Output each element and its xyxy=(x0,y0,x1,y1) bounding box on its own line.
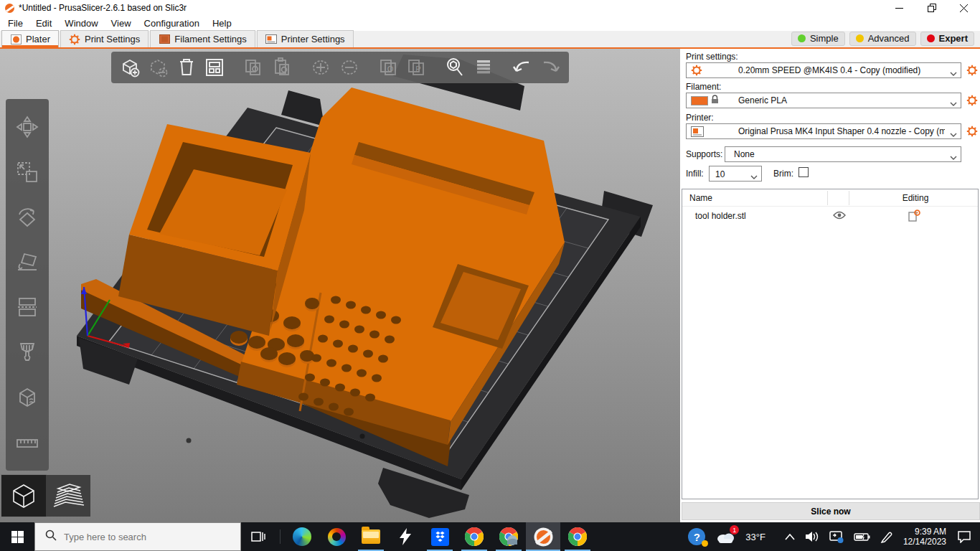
search-icon xyxy=(45,529,57,544)
weather-temperature[interactable]: 33°F xyxy=(740,522,771,551)
scene-canvas[interactable]: by Josef Prusa xyxy=(0,49,680,522)
delete-all-button[interactable] xyxy=(174,54,199,81)
print-settings-gear-button[interactable] xyxy=(966,63,979,77)
clock[interactable]: 9:39 AM 12/14/2023 xyxy=(897,527,952,547)
taskbar-app-prusaslicer[interactable] xyxy=(526,522,560,551)
printer-icon xyxy=(265,34,277,44)
rotate-tool[interactable] xyxy=(11,202,43,233)
tab-printer-settings[interactable]: Printer Settings xyxy=(257,30,354,47)
view-toggle xyxy=(1,475,90,517)
action-center-icon[interactable] xyxy=(952,522,980,551)
tab-bar: Plater Print Settings Filament Settings … xyxy=(0,31,980,49)
menu-help[interactable]: Help xyxy=(206,16,238,31)
mode-expert[interactable]: Expert xyxy=(920,32,974,46)
scale-tool[interactable] xyxy=(11,156,43,188)
seam-painting-tool[interactable] xyxy=(11,382,43,413)
gear-icon xyxy=(69,34,80,44)
tray-date: 12/14/2023 xyxy=(903,537,946,547)
taskbar-app-chrome-2[interactable] xyxy=(560,522,595,551)
split-to-parts-button[interactable]: P xyxy=(403,54,429,81)
minimize-button[interactable] xyxy=(883,0,915,16)
taskbar-app-dropbox[interactable] xyxy=(423,522,457,551)
move-tool[interactable] xyxy=(11,111,43,143)
chevron-down-icon xyxy=(750,171,758,182)
filament-spool-icon xyxy=(159,34,170,44)
object-row-tool-holder[interactable]: tool holder.stl xyxy=(682,207,978,225)
mode-advanced[interactable]: Advanced xyxy=(849,32,916,46)
eye-icon[interactable] xyxy=(833,211,846,222)
svg-text:P: P xyxy=(415,65,420,73)
menu-view[interactable]: View xyxy=(105,16,138,31)
search-input[interactable] xyxy=(64,532,222,542)
menu-file[interactable]: File xyxy=(1,16,29,31)
delete-button[interactable] xyxy=(146,54,171,81)
task-view-button[interactable] xyxy=(241,522,275,551)
cut-tool[interactable] xyxy=(11,291,43,323)
paint-on-supports-tool[interactable] xyxy=(11,336,43,368)
taskbar-app-chrome[interactable] xyxy=(457,522,491,551)
measure-tool[interactable] xyxy=(11,427,43,458)
tray-time: 9:39 AM xyxy=(903,527,946,537)
help-tray-icon[interactable]: ? xyxy=(683,522,710,551)
taskbar-app-edge[interactable] xyxy=(285,522,319,551)
taskbar-app-chrome-profile[interactable] xyxy=(491,522,526,551)
undo-button[interactable] xyxy=(509,54,535,81)
svg-text:O: O xyxy=(387,65,393,73)
taskbar-search[interactable] xyxy=(34,522,241,551)
brim-checkbox[interactable] xyxy=(798,167,809,177)
add-button[interactable] xyxy=(117,54,143,81)
window-title: *Untitled - PrusaSlicer-2.6.1 based on S… xyxy=(19,3,187,13)
menu-edit[interactable]: Edit xyxy=(29,16,58,31)
volume-icon[interactable] xyxy=(800,522,824,551)
tab-plater[interactable]: Plater xyxy=(1,30,59,47)
tab-print-settings[interactable]: Print Settings xyxy=(60,30,149,47)
remove-instance-button[interactable] xyxy=(336,54,362,81)
filament-combo[interactable]: Generic PLA xyxy=(686,93,961,108)
printer-combo[interactable]: Original Prusa MK4 Input Shaper 0.4 nozz… xyxy=(686,123,961,139)
3d-editor-view-button[interactable] xyxy=(1,475,46,517)
menu-window[interactable]: Window xyxy=(58,16,104,31)
system-tray: ? 1 33°F 9:39 AM 12/14/2023 xyxy=(683,522,980,551)
paste-button[interactable] xyxy=(269,54,295,81)
copy-button[interactable] xyxy=(241,54,267,81)
chevron-down-icon xyxy=(950,129,957,139)
arrange-button[interactable] xyxy=(202,54,228,81)
supports-combo[interactable]: None xyxy=(725,146,961,162)
taskbar-app-office-365[interactable] xyxy=(319,522,354,551)
split-to-objects-button[interactable]: O xyxy=(375,54,401,81)
column-editing: Editing xyxy=(890,193,941,203)
pen-icon[interactable] xyxy=(875,522,897,551)
title-bar[interactable]: *Untitled - PrusaSlicer-2.6.1 based on S… xyxy=(0,0,980,16)
close-button[interactable] xyxy=(948,0,980,16)
start-button[interactable] xyxy=(0,522,34,551)
3d-viewport[interactable]: by Josef Prusa xyxy=(0,49,680,522)
weather-cloud-icon[interactable]: 1 xyxy=(710,522,740,551)
preview-button[interactable] xyxy=(46,475,90,517)
place-on-face-tool[interactable] xyxy=(11,247,43,278)
mode-simple[interactable]: Simple xyxy=(791,32,845,46)
print-settings-combo[interactable]: 0.20mm SPEED @MK4IS 0.4 - Copy (modified… xyxy=(686,62,961,78)
dropbox-icon xyxy=(431,528,449,546)
printer-gear-button[interactable] xyxy=(966,124,979,138)
printer-icon xyxy=(691,126,704,137)
filament-gear-button[interactable] xyxy=(966,93,979,108)
taskbar-app-lightning[interactable] xyxy=(388,522,423,551)
restore-button[interactable] xyxy=(915,0,948,16)
search-button[interactable] xyxy=(442,54,468,81)
redo-button[interactable] xyxy=(537,54,563,81)
battery-icon[interactable] xyxy=(849,522,875,551)
filament-label: Filament: xyxy=(686,82,721,92)
display-connect-icon[interactable] xyxy=(824,522,849,551)
edit-object-icon[interactable] xyxy=(908,209,920,224)
slice-now-button[interactable]: Slice now xyxy=(682,502,980,520)
infill-combo[interactable]: 10 xyxy=(709,166,762,182)
brim-label: Brim: xyxy=(773,169,793,179)
taskbar-app-file-explorer[interactable] xyxy=(354,522,388,551)
variable-layer-height-button[interactable] xyxy=(471,54,496,81)
file-explorer-icon xyxy=(362,529,380,544)
menu-configuration[interactable]: Configuration xyxy=(138,16,206,31)
tab-filament-settings[interactable]: Filament Settings xyxy=(150,30,255,47)
add-instance-button[interactable] xyxy=(308,54,334,81)
tray-chevron-icon[interactable] xyxy=(771,522,800,551)
help-badge xyxy=(702,540,708,547)
